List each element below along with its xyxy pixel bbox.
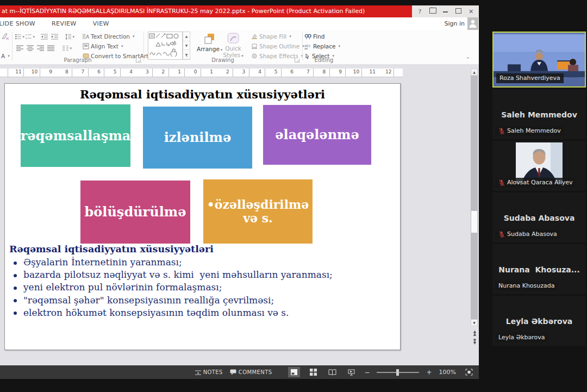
justify-icon[interactable] bbox=[46, 44, 55, 52]
participant-tile[interactable]: Nurana Khosuza...Nurana Khosuzada bbox=[492, 244, 586, 294]
tab-slide-show[interactable]: SLIDE SHOW bbox=[0, 20, 35, 27]
minimize-icon[interactable] bbox=[441, 8, 451, 15]
ruler-number: 7 bbox=[81, 69, 85, 74]
ruler-number: 2 bbox=[161, 69, 166, 74]
vertical-scrollbar[interactable]: ▲ ▼ ▲▲ ▼▼ bbox=[471, 69, 478, 362]
participant-name-label: Roza Shahverdiyeva bbox=[496, 73, 564, 83]
comments-button[interactable]: COMMENTS bbox=[230, 369, 272, 375]
slide-sorter-view-button[interactable] bbox=[307, 367, 319, 377]
ribbon-tabs-row: SLIDE SHOW REVIEW VIEW Sign in bbox=[0, 17, 479, 30]
reading-view-button[interactable] bbox=[326, 367, 338, 377]
bullet-dot-icon bbox=[14, 262, 17, 265]
muted-mic-icon bbox=[498, 231, 505, 238]
align-left-icon[interactable] bbox=[15, 44, 24, 52]
sign-in-link[interactable]: Sign in bbox=[444, 20, 465, 27]
slide-shape-3[interactable]: əlaqələnmə bbox=[263, 105, 371, 165]
next-slide-icon[interactable]: ▼▼ bbox=[471, 338, 478, 345]
replace-button[interactable]: abac Replace bbox=[304, 43, 340, 49]
normal-view-button[interactable] bbox=[288, 367, 300, 377]
slide-show-icon bbox=[348, 369, 355, 376]
slide-show-button[interactable] bbox=[345, 367, 357, 377]
notes-icon bbox=[195, 370, 201, 375]
participant-tile[interactable]: Roza Shahverdiyeva bbox=[492, 32, 586, 88]
notes-button[interactable]: NOTES bbox=[195, 369, 223, 375]
zoom-slider-thumb[interactable] bbox=[396, 369, 399, 376]
drawing-dialog-launcher[interactable] bbox=[295, 57, 300, 63]
decrease-indent-icon[interactable] bbox=[40, 33, 49, 41]
shape-fill-button[interactable]: Shape Fill bbox=[251, 33, 291, 40]
help-icon[interactable]: ? bbox=[415, 8, 425, 15]
slide-shape-5[interactable]: •özəlləşdirilmə və s. bbox=[203, 179, 313, 244]
scrollbar-thumb[interactable] bbox=[471, 211, 477, 233]
align-center-icon[interactable] bbox=[26, 44, 35, 52]
align-text-button[interactable]: Align Text bbox=[83, 43, 123, 49]
font-color-button[interactable]: A bbox=[1, 53, 10, 59]
slide-canvas: ⌃ 11109876543210123456789101112 Rəqəmsal… bbox=[0, 64, 479, 365]
window-controls: ? ✕ bbox=[412, 5, 479, 17]
close-icon[interactable]: ✕ bbox=[466, 8, 476, 15]
columns-icon[interactable] bbox=[63, 44, 72, 52]
shape-outline-icon bbox=[251, 43, 258, 49]
reading-view-icon bbox=[328, 369, 336, 376]
participant-tile[interactable]: Sudaba Abasova Sudaba Abasova bbox=[492, 192, 586, 242]
tab-review[interactable]: REVIEW bbox=[52, 20, 77, 27]
normal-view-icon bbox=[290, 369, 298, 376]
tab-view[interactable]: VIEW bbox=[93, 20, 109, 27]
zoom-out-icon[interactable]: − bbox=[364, 369, 370, 376]
participant-tile[interactable]: Saleh Memmedov Saleh Memmedov bbox=[492, 89, 586, 139]
fit-to-window-icon[interactable] bbox=[463, 367, 475, 377]
slide-title[interactable]: Rəqəmsal iqtisadiyyatın xüsusiyyətləri bbox=[5, 88, 400, 101]
slide-shape-1[interactable]: rəqəmsallaşma bbox=[21, 104, 130, 167]
slide-shape-2[interactable]: izlənilmə bbox=[143, 107, 252, 169]
ruler-number: 3 bbox=[145, 69, 149, 74]
shape-gallery[interactable] bbox=[148, 32, 183, 60]
zoom-in-icon[interactable]: + bbox=[426, 369, 432, 376]
titlebar[interactable]: at m--İQTİSADİYYATIN RƏQƏMSALLAŞDIRILMAS… bbox=[0, 5, 479, 17]
ruler-number: 7 bbox=[306, 69, 310, 74]
increase-indent-icon[interactable] bbox=[50, 33, 59, 41]
shape-outline-button[interactable]: Shape Outline bbox=[251, 43, 304, 49]
scroll-down-icon[interactable]: ▼ bbox=[471, 319, 478, 326]
numbered-list-icon[interactable]: 12 bbox=[26, 33, 35, 41]
slide-sorter-icon bbox=[310, 369, 317, 376]
account-avatar[interactable] bbox=[467, 17, 478, 30]
status-bar: NOTES COMMENTS − + 100% bbox=[0, 365, 479, 379]
slide-bullet: Əşyalarin İnternetinin yaranması; bbox=[10, 257, 333, 269]
collapse-ribbon-icon[interactable]: ⌃ bbox=[466, 57, 470, 62]
participants-panel: Roza ShahverdiyevaSaleh Memmedov Saleh M… bbox=[492, 32, 586, 346]
shape-gallery-scroll[interactable]: ▲▼▼̲ bbox=[183, 32, 190, 60]
text-direction-button[interactable]: A Text Direction bbox=[83, 33, 135, 40]
bullet-list-icon[interactable] bbox=[15, 33, 24, 41]
ribbon-display-options-icon[interactable] bbox=[428, 8, 438, 15]
scroll-up-icon[interactable]: ▲ bbox=[471, 69, 478, 76]
ruler-number: 6 bbox=[290, 69, 294, 74]
participant-tile[interactable]: Leyla ƏkbərovaLeyla Əkbərova bbox=[492, 296, 586, 346]
slide-subheading[interactable]: Rəqəmsal iqtisadiyyatın xüsusiyyətləri bbox=[9, 244, 214, 254]
previous-slide-icon[interactable]: ▲▲ bbox=[471, 329, 478, 337]
slide-shape-4[interactable]: bölüşdürülmə bbox=[80, 181, 190, 244]
restore-icon[interactable] bbox=[453, 8, 463, 15]
slide[interactable]: Rəqəmsal iqtisadiyyatın xüsusiyyətləri R… bbox=[4, 83, 401, 350]
slide-bullet-list[interactable]: Əşyalarin İnternetinin yaranması;bazarda… bbox=[10, 257, 333, 320]
participant-tile[interactable]: Alovsat Qaraca Aliyev bbox=[492, 141, 586, 191]
ruler-number: 10 bbox=[353, 69, 360, 74]
align-right-icon[interactable] bbox=[36, 44, 45, 52]
paragraph-dialog-launcher[interactable] bbox=[136, 57, 141, 63]
arrange-button[interactable]: Arrange bbox=[197, 32, 222, 52]
quick-styles-button[interactable]: Quick Styles bbox=[220, 32, 247, 58]
bullet-dot-icon bbox=[14, 299, 17, 302]
window-title: at m--İQTİSADİYYATIN RƏQƏMSALLAŞDIRILMAS… bbox=[2, 5, 410, 17]
zoom-slider[interactable] bbox=[377, 372, 419, 373]
participant-display-name: Sudaba Abasova bbox=[492, 214, 586, 222]
scrollbar-track[interactable] bbox=[471, 69, 478, 326]
ribbon: A 12 bbox=[0, 30, 479, 65]
line-spacing-icon[interactable] bbox=[65, 33, 74, 41]
replace-icon: abac bbox=[304, 43, 311, 49]
ruler-number: 5 bbox=[274, 69, 278, 74]
find-icon bbox=[304, 34, 311, 40]
ruler-number: 9 bbox=[48, 69, 53, 74]
drawing-group: ▲▼▼̲ Arrange Quick Styles Shape Fill Sha… bbox=[145, 30, 301, 64]
find-button[interactable]: Find bbox=[304, 33, 325, 40]
horizontal-ruler: 11109876543210123456789101112 bbox=[0, 69, 403, 77]
zoom-level[interactable]: 100% bbox=[439, 369, 456, 376]
